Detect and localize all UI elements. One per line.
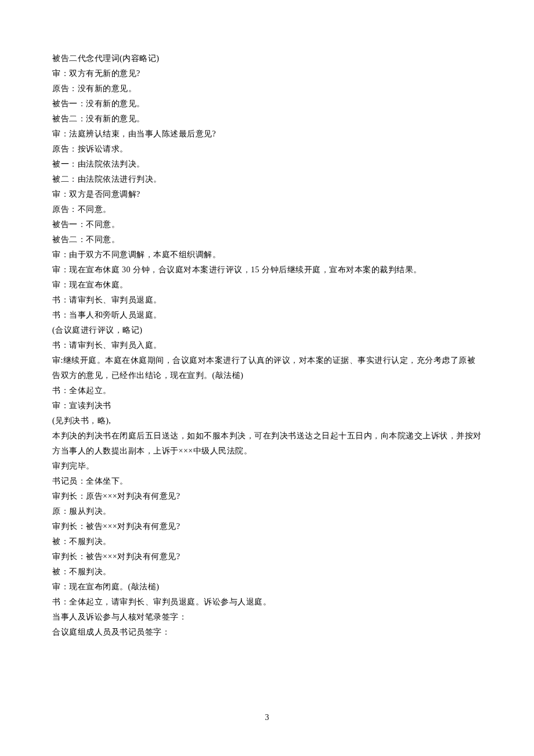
text-line: 审：由于双方不同意调解，本庭不组织调解。 [52, 247, 482, 262]
page-number: 3 [265, 713, 269, 722]
text-line: 被告二：不同意。 [52, 232, 482, 247]
text-line: 被告一：不同意。 [52, 217, 482, 232]
text-line: 审：法庭辨认结束，由当事人陈述最后意见? [52, 127, 482, 142]
text-line: 被告二代念代理词(内容略记) [52, 51, 482, 66]
text-line: 被：不服判决。 [52, 534, 482, 549]
text-line: 当事人及诉讼参与人核对笔录签字： [52, 610, 482, 625]
text-line: 审判完毕。 [52, 459, 482, 474]
text-line: 审判长：被告×××对判决有何意见? [52, 519, 482, 534]
text-line: 审：现在宣布休庭。 [52, 278, 482, 293]
text-line: 原告：不同意。 [52, 202, 482, 217]
text-line: 书：请审判长、审判员入庭。 [52, 338, 482, 353]
text-line: 被告一：没有新的意见。 [52, 96, 482, 111]
text-line: 审:继续开庭。本庭在休庭期间，合议庭对本案进行了认真的评议，对本案的证据、事实进… [52, 353, 482, 383]
text-line: 原：服从判决。 [52, 504, 482, 519]
text-line: 审：现在宣布闭庭。(敲法槌) [52, 579, 482, 595]
text-line: 被：不服判决。 [52, 564, 482, 579]
text-line: 合议庭组成人员及书记员签字： [52, 625, 482, 640]
text-line: (合议庭进行评议，略记) [52, 323, 482, 338]
text-line: 审：双方有无新的意见? [52, 66, 482, 81]
text-line: 审判长：原告×××对判决有何意见? [52, 489, 482, 504]
text-line: 书：当事人和旁听人员退庭。 [52, 308, 482, 323]
text-line: 审：双方是否同意调解? [52, 187, 482, 202]
text-line: 书记员：全体坐下。 [52, 474, 482, 489]
text-line: (见判决书，略), [52, 413, 482, 429]
text-line: 原告：没有新的意见。 [52, 81, 482, 96]
text-line: 原告：按诉讼请求。 [52, 142, 482, 157]
text-line: 被一：由法院依法判决。 [52, 157, 482, 172]
document-body: 被告二代念代理词(内容略记) 审：双方有无新的意见? 原告：没有新的意见。 被告… [52, 51, 482, 640]
text-line: 被二：由法院依法进行判决。 [52, 172, 482, 187]
text-line: 审：现在宣布休庭 30 分钟，合议庭对本案进行评议，15 分钟后继续开庭，宣布对… [52, 262, 482, 278]
text-line: 书：全体起立，请审判长、审判员退庭。诉讼参与人退庭。 [52, 595, 482, 610]
text-line: 书：全体起立。 [52, 383, 482, 398]
text-line: 审：宣读判决书 [52, 398, 482, 413]
text-line: 审判长：被告×××对判决有何意见? [52, 549, 482, 564]
text-line: 本判决的判决书在闭庭后五日送达，如如不服本判决，可在判决书送达之日起十五日内，向… [52, 429, 482, 459]
text-line: 被告二：没有新的意见。 [52, 111, 482, 127]
text-line: 书：请审判长、审判员退庭。 [52, 293, 482, 308]
